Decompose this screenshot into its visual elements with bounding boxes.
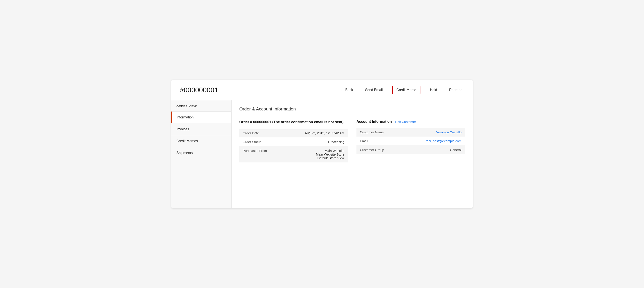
table-row: Email roni_cost@example.com: [356, 136, 465, 146]
order-status-label: Order Status: [239, 137, 283, 146]
hold-button[interactable]: Hold: [427, 86, 440, 94]
send-email-button[interactable]: Send Email: [362, 86, 385, 94]
back-arrow-icon: ←: [340, 88, 344, 92]
account-info-panel: Account Information Edit Customer Custom…: [356, 119, 465, 163]
sidebar-item-invoices[interactable]: Invoices: [171, 123, 231, 135]
header-actions: ← Back Send Email Credit Memo Hold Reord…: [338, 86, 464, 94]
page-header: #000000001 ← Back Send Email Credit Memo…: [171, 80, 473, 100]
sidebar-section-title: ORDER VIEW: [171, 100, 231, 111]
order-info-table: Order Date Aug 22, 2019, 12:33:42 AM Ord…: [239, 128, 348, 163]
email-link[interactable]: roni_cost@example.com: [426, 139, 462, 143]
sidebar-item-information[interactable]: Information: [171, 111, 231, 123]
sidebar: ORDER VIEW Information Invoices Credit M…: [171, 100, 232, 208]
customer-group-label: Customer Group: [356, 146, 402, 154]
back-button[interactable]: ← Back: [338, 86, 356, 94]
order-date-value: Aug 22, 2019, 12:33:42 AM: [283, 128, 348, 137]
customer-name-link[interactable]: Veronica Costello: [436, 130, 462, 134]
customer-name-value: Veronica Costello: [402, 128, 465, 136]
purchased-from-value: Main Website Main Website Store Default …: [283, 146, 348, 163]
credit-memo-button[interactable]: Credit Memo: [392, 86, 421, 94]
customer-name-label: Customer Name: [356, 128, 402, 136]
main-card: #000000001 ← Back Send Email Credit Memo…: [171, 80, 473, 208]
order-date-label: Order Date: [239, 128, 283, 137]
table-row: Purchased From Main Website Main Website…: [239, 146, 348, 163]
account-info-table: Customer Name Veronica Costello Email ro…: [356, 128, 465, 154]
email-label: Email: [356, 136, 402, 146]
account-info-title: Account Information: [356, 119, 392, 124]
content-area: ORDER VIEW Information Invoices Credit M…: [171, 100, 473, 208]
email-value: roni_cost@example.com: [402, 136, 465, 146]
section-heading: Order & Account Information: [239, 106, 465, 114]
account-info-header: Account Information Edit Customer: [356, 119, 465, 124]
main-content: Order & Account Information Order # 0000…: [232, 100, 473, 208]
table-row: Order Status Processing: [239, 137, 348, 146]
sidebar-item-shipments[interactable]: Shipments: [171, 147, 231, 159]
customer-group-value: General: [402, 146, 465, 154]
sidebar-item-credit-memos[interactable]: Credit Memos: [171, 135, 231, 147]
table-row: Customer Name Veronica Costello: [356, 128, 465, 136]
order-status-value: Processing: [283, 137, 348, 146]
edit-customer-link[interactable]: Edit Customer: [395, 120, 416, 124]
order-info-title: Order # 000000001 (The order confirmatio…: [239, 119, 348, 125]
reorder-button[interactable]: Reorder: [446, 86, 464, 94]
purchased-from-label: Purchased From: [239, 146, 283, 163]
two-col-layout: Order # 000000001 (The order confirmatio…: [239, 119, 465, 163]
order-number: #000000001: [180, 86, 338, 94]
table-row: Order Date Aug 22, 2019, 12:33:42 AM: [239, 128, 348, 137]
order-info-panel: Order # 000000001 (The order confirmatio…: [239, 119, 348, 163]
table-row: Customer Group General: [356, 146, 465, 154]
